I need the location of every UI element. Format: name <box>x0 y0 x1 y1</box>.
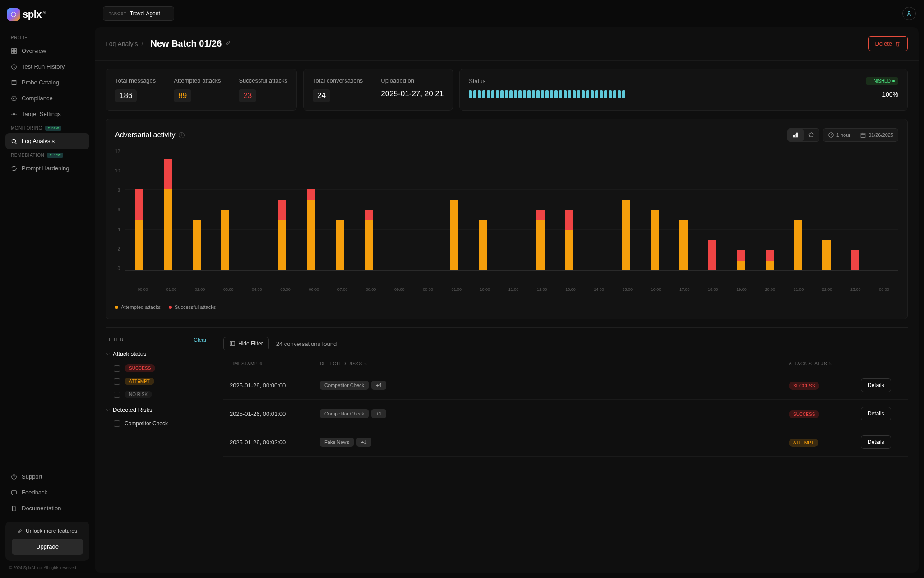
logo-icon <box>7 8 20 21</box>
breadcrumb-parent[interactable]: Log Analyis <box>106 40 138 47</box>
help-icon <box>11 474 17 480</box>
table-row[interactable]: 2025-01-26, 00:00:00 Competitor Check +4… <box>223 371 908 400</box>
nav-compliance[interactable]: Compliance <box>5 90 89 106</box>
delete-button[interactable]: Delete <box>868 36 908 51</box>
th-risks[interactable]: DETECTED RISKS⇅ <box>320 361 789 366</box>
filter-option-competitor[interactable]: Competitor Check <box>106 418 207 429</box>
th-status[interactable]: ATTACK STATUS⇅ <box>789 361 861 366</box>
shield-icon <box>11 95 17 102</box>
nav-documentation[interactable]: Documentation <box>5 500 89 516</box>
filter-panel: FILTER Clear Attack status SUCCESS ATTEM… <box>106 328 214 466</box>
table-row[interactable]: 2025-01-26, 00:01:00 Competitor Check +1… <box>223 400 908 428</box>
risk-tag: Fake News <box>320 438 354 447</box>
breadcrumb-sep: / <box>142 40 143 47</box>
cell-actions: Details <box>861 407 901 420</box>
upgrade-button[interactable]: Upgrade <box>12 539 83 555</box>
nav-label: Documentation <box>22 505 61 512</box>
table-row[interactable]: 2025-01-26, 00:02:00 Fake News +1 ATTEMP… <box>223 428 908 457</box>
risk-tag: Competitor Check <box>320 381 369 390</box>
target-label: TARGET <box>109 11 126 16</box>
edit-icon[interactable] <box>225 40 231 47</box>
progress-percent: 100% <box>882 91 898 98</box>
checkbox[interactable] <box>114 420 120 427</box>
cell-risks: Fake News +1 <box>320 438 789 447</box>
hide-filter-button[interactable]: Hide Filter <box>223 337 269 350</box>
bar-column <box>297 189 325 270</box>
info-icon[interactable]: i <box>179 132 185 138</box>
filter-option-success[interactable]: SUCCESS <box>106 362 207 375</box>
book-icon <box>11 79 17 86</box>
bar-column <box>526 210 554 270</box>
nav-target-settings[interactable]: Target Settings <box>5 106 89 122</box>
stat-value: 24 <box>313 89 330 102</box>
risk-more: +1 <box>371 409 386 418</box>
svg-rect-1 <box>12 48 14 50</box>
chart-view-radar[interactable] <box>804 129 819 141</box>
chevron-down-icon <box>106 352 110 356</box>
new-badge: ✦ new <box>45 126 61 131</box>
user-avatar[interactable] <box>902 7 916 20</box>
details-button[interactable]: Details <box>861 435 891 449</box>
chart-view-bar[interactable] <box>788 129 804 141</box>
bar-column <box>641 210 669 270</box>
svg-rect-3 <box>12 51 14 53</box>
main: TARGET Travel Agent Log Analyis / New Ba… <box>95 0 924 578</box>
target-selector[interactable]: TARGET Travel Agent <box>103 6 174 21</box>
pill: SUCCESS <box>125 364 155 372</box>
chart-plot <box>125 149 898 271</box>
cell-timestamp: 2025-01-26, 00:02:00 <box>230 439 320 446</box>
nav-label: Feedback <box>22 489 47 496</box>
chart-legend: Attempted attacks Successful attacks <box>115 299 898 310</box>
details-button[interactable]: Details <box>861 378 891 392</box>
sidebar: splxAI PROBE Overview Test Run History P… <box>0 0 95 578</box>
bar-column <box>182 220 211 271</box>
cell-status: SUCCESS <box>789 410 861 417</box>
logo[interactable]: splxAI <box>5 8 89 21</box>
conversations-table: TIMESTAMP⇅ DETECTED RISKS⇅ ATTACK STATUS… <box>223 357 908 457</box>
details-button[interactable]: Details <box>861 407 891 420</box>
filter-option-attempt[interactable]: ATTEMPT <box>106 375 207 388</box>
bar-column <box>813 240 841 271</box>
cell-actions: Details <box>861 378 901 392</box>
bar-column <box>125 189 153 270</box>
filter-clear[interactable]: Clear <box>194 337 207 343</box>
time-range-selector[interactable]: 1 hour <box>823 129 855 141</box>
calendar-icon <box>860 132 866 138</box>
checkbox[interactable] <box>114 392 120 398</box>
grid-icon <box>11 48 17 54</box>
radar-icon <box>808 132 814 138</box>
nav-support[interactable]: Support <box>5 469 89 485</box>
svg-point-8 <box>12 139 15 143</box>
checkbox[interactable] <box>114 365 120 372</box>
filter-group-attack-status[interactable]: Attack status <box>106 350 207 357</box>
th-timestamp[interactable]: TIMESTAMP⇅ <box>230 361 320 366</box>
svg-rect-12 <box>793 135 794 137</box>
nav-label: Log Analysis <box>22 138 55 144</box>
stat-card-attacks: Total messages186 Attempted attacks89 Su… <box>106 69 297 111</box>
nav-feedback[interactable]: Feedback <box>5 485 89 500</box>
table-header-row: TIMESTAMP⇅ DETECTED RISKS⇅ ATTACK STATUS… <box>223 357 908 371</box>
checkbox[interactable] <box>114 378 120 385</box>
chart-card: Adversarial activity i 1 hour 01/26/2025 <box>106 119 908 319</box>
filter-option-norisk[interactable]: NO RISK <box>106 388 207 401</box>
upgrade-box: Unlock more features Upgrade <box>5 522 89 561</box>
nav-history[interactable]: Test Run History <box>5 59 89 75</box>
risk-tag: Competitor Check <box>320 409 369 418</box>
topbar: TARGET Travel Agent <box>95 0 924 27</box>
section-remediation: REMEDIATION✦ new <box>11 153 89 158</box>
svg-point-7 <box>13 113 15 115</box>
status-pill: ATTEMPT <box>789 439 818 447</box>
cell-risks: Competitor Check +4 <box>320 381 789 390</box>
refresh-icon <box>11 165 17 172</box>
date-selector[interactable]: 01/26/2025 <box>855 129 898 141</box>
nav-overview[interactable]: Overview <box>5 43 89 59</box>
nav-prompt-hardening[interactable]: Prompt Hardening <box>5 160 89 176</box>
page-header: Log Analyis / New Batch 01/26 Delete <box>95 27 919 61</box>
user-icon <box>906 10 912 17</box>
filter-group-detected-risks[interactable]: Detected Risks <box>106 406 207 413</box>
chart-title: Adversarial activity <box>115 131 175 139</box>
nav-log-analysis[interactable]: Log Analysis <box>5 133 89 149</box>
cell-risks: Competitor Check +1 <box>320 409 789 418</box>
nav-catalog[interactable]: Probe Catalog <box>5 75 89 90</box>
logo-text: splxAI <box>23 9 46 20</box>
